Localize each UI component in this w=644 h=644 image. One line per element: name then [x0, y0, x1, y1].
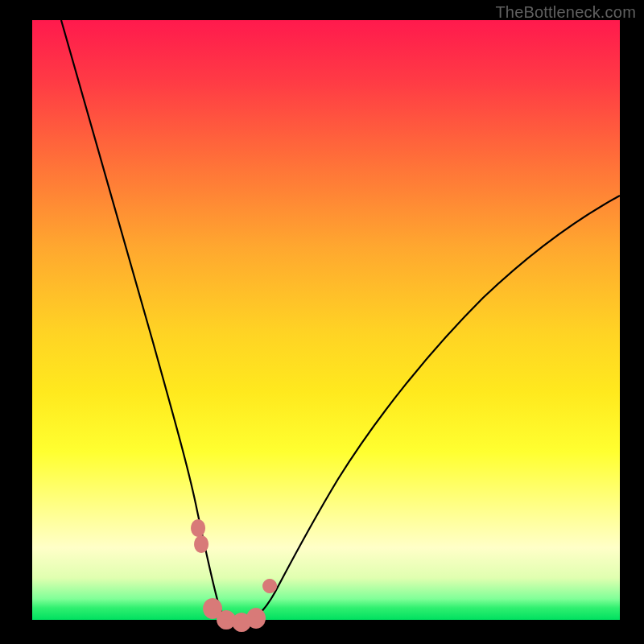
- bottleneck-curve: [32, 20, 620, 620]
- marker-dot: [262, 579, 277, 593]
- marker-dot: [194, 535, 208, 553]
- credit-label: TheBottleneck.com: [495, 3, 636, 22]
- chart-frame: TheBottleneck.com: [0, 0, 644, 644]
- valley-markers: [191, 519, 277, 632]
- curve-right-branch: [251, 196, 620, 620]
- marker-dot: [191, 519, 205, 537]
